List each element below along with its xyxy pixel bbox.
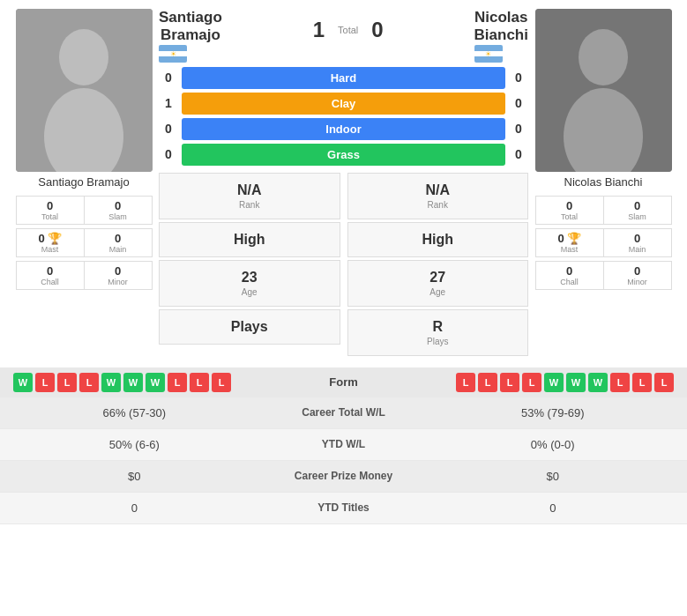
player-right-mast-cell: 0 🏆 Mast (536, 229, 604, 256)
right-form-4: L (522, 373, 541, 392)
right-age-box: 27 Age (347, 260, 529, 307)
player-left-slam-lbl: Slam (86, 212, 150, 221)
right-plays-val: R (355, 319, 521, 335)
hard-right-score: 0 (509, 71, 528, 85)
player-right-stats-row2: 0 🏆 Mast 0 Main (535, 228, 672, 257)
left-age-box: 23 Age (159, 260, 340, 307)
svg-point-4 (579, 29, 628, 85)
right-form-8: L (610, 373, 630, 392)
prize-label: Career Prize Money (256, 470, 432, 482)
player-right-name: Nicolas Bianchi (535, 175, 672, 189)
career-stats: 66% (57-30) Career Total W/L 53% (79-69)… (0, 397, 687, 524)
prize-money-row: $0 Career Prize Money $0 (0, 461, 687, 493)
right-rank-box: N/A Rank (347, 173, 529, 219)
player-left-chall-val: 0 (19, 264, 82, 278)
player-left-stats-row2: 0 🏆 Mast 0 Main (16, 228, 153, 257)
player-left-stats-row1: 0 Total 0 Slam (16, 196, 153, 225)
center-column: Santiago Bramajo 1 Total 0 (159, 9, 528, 359)
left-form-10: L (212, 373, 231, 392)
player-left-total-val: 0 (19, 199, 82, 212)
player-left-mast-cell: 0 🏆 Mast (17, 229, 85, 256)
right-age-lbl: Age (355, 287, 521, 297)
ytd-wl-row: 50% (6-6) YTD W/L 0% (0-0) (0, 429, 687, 461)
center-score-block: 1 Total 0 (313, 9, 384, 42)
left-level-box: High (159, 222, 340, 257)
left-total-score: 1 (313, 18, 325, 42)
ytd-wl-right: 0% (0-0) (432, 438, 675, 451)
player-left-photo (16, 9, 153, 172)
svg-point-1 (59, 29, 108, 85)
player-right-main-val: 0 (606, 232, 669, 245)
right-player-name-line1: Nicolas (474, 9, 528, 26)
player-right-chall-val: 0 (538, 264, 601, 278)
left-rank-box: N/A Rank (159, 173, 340, 219)
ytd-wl-left: 50% (6-6) (13, 438, 256, 451)
center-info-boxes: N/A Rank High 23 Age Plays (159, 173, 528, 359)
player-right-slam-cell: 0 Slam (604, 197, 671, 224)
player-right-total-val: 0 (538, 199, 601, 212)
surfaces-section: 0 Hard 0 1 Clay 0 0 Indoor 0 0 Grass (159, 67, 528, 169)
right-level-box: High (347, 222, 529, 257)
clay-btn: Clay (182, 93, 505, 115)
player-right-main-cell: 0 Main (604, 229, 671, 256)
player-left-mast-lbl: Mast (19, 245, 82, 254)
trophy-right-icon: 🏆 (567, 232, 581, 245)
surface-row-hard: 0 Hard 0 (159, 67, 528, 89)
career-total-wl-row: 66% (57-30) Career Total W/L 53% (79-69) (0, 397, 687, 429)
player-left-chall-lbl: Chall (19, 278, 82, 286)
player-right-chall-lbl: Chall (538, 278, 601, 286)
ytd-titles-row: 0 YTD Titles 0 (0, 493, 687, 524)
left-form-badges: W L L L W W W L L L (13, 373, 231, 392)
player-left-total-cell: 0 Total (17, 197, 85, 224)
prize-right: $0 (432, 470, 675, 483)
right-player-name-line2: Bianchi (474, 26, 528, 44)
right-form-1: L (456, 373, 475, 392)
right-player-flag (474, 45, 503, 63)
left-form-2: L (35, 373, 55, 392)
ytd-titles-label: YTD Titles (256, 501, 432, 514)
player-right-main-lbl: Main (606, 245, 669, 254)
player-right-slam-val: 0 (606, 199, 669, 212)
left-plays-val: Plays (167, 319, 332, 335)
player-left-minor-lbl: Minor (86, 278, 150, 286)
prize-left: $0 (13, 470, 256, 483)
player-left-slam-cell: 0 Slam (85, 197, 152, 224)
left-form-4: L (79, 373, 99, 392)
player-right-minor-val: 0 (606, 264, 669, 278)
player-left-main-lbl: Main (86, 245, 150, 254)
left-player-name-line2: Bramajo (159, 26, 222, 44)
grass-left-score: 0 (159, 147, 178, 161)
right-form-3: L (500, 373, 519, 392)
grass-right-score: 0 (509, 147, 528, 161)
career-total-label: Career Total W/L (256, 406, 432, 419)
right-form-badges: L L L L W W W L L L (456, 373, 674, 392)
player-right-photo (535, 9, 672, 172)
right-plays-box: R Plays (347, 309, 529, 356)
right-info-boxes: N/A Rank High 27 Age R Plays (347, 173, 529, 359)
left-form-5: W (101, 373, 121, 392)
names-flags-row: Santiago Bramajo 1 Total 0 (159, 9, 528, 63)
right-form-7: W (588, 373, 608, 392)
indoor-left-score: 0 (159, 122, 178, 136)
left-form-9: L (190, 373, 209, 392)
top-section: Santiago Bramajo 0 Total 0 Slam 0 🏆 M (0, 0, 687, 363)
left-form-1: W (13, 373, 33, 392)
right-level-val: High (355, 232, 521, 248)
left-player-flag (159, 45, 187, 63)
left-form-6: W (123, 373, 143, 392)
player-left-total-lbl: Total (19, 212, 82, 221)
left-player-name-line1: Santiago (159, 9, 222, 26)
left-form-8: L (168, 373, 187, 392)
player-left-minor-cell: 0 Minor (85, 262, 152, 289)
left-plays-box: Plays (159, 309, 340, 345)
clay-right-score: 0 (509, 96, 528, 110)
left-form-3: L (57, 373, 77, 392)
player-right-mast-lbl: Mast (538, 245, 601, 254)
player-right-mast-val: 0 🏆 (538, 232, 601, 245)
left-name-block: Santiago Bramajo (159, 9, 222, 63)
player-right-slam-lbl: Slam (606, 212, 669, 221)
player-right-minor-cell: 0 Minor (604, 262, 671, 289)
career-total-left: 66% (57-30) (13, 406, 256, 419)
left-age-val: 23 (167, 270, 332, 286)
grass-btn: Grass (182, 144, 505, 166)
